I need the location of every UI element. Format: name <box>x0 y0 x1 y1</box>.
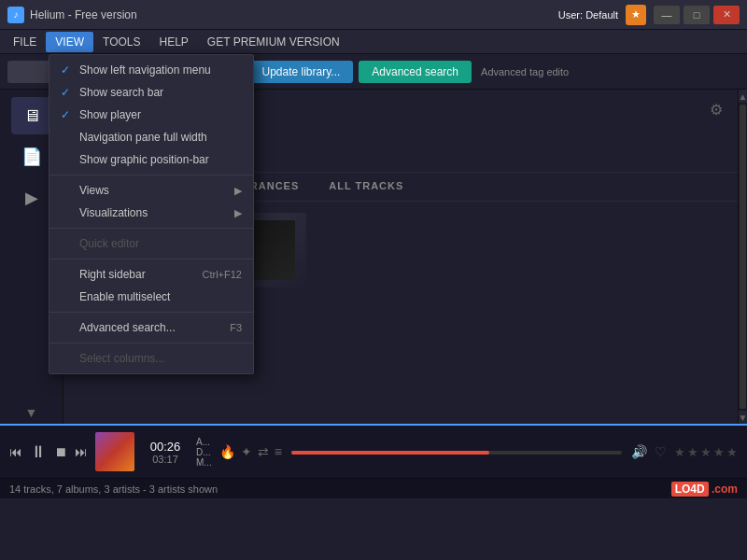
pause-button[interactable]: ⏸ <box>30 442 47 462</box>
arrow-icon-2: ▶ <box>234 207 242 219</box>
star-2[interactable]: ★ <box>687 445 698 459</box>
track-meta: A... D... M... <box>196 437 212 468</box>
view-dropdown-menu: ✓ Show left navigation menu ✓ Show searc… <box>49 54 254 374</box>
time-display: 00:26 03:17 <box>142 440 189 465</box>
secondary-bar <box>291 451 622 455</box>
dropdown-section-1: ✓ Show left navigation menu ✓ Show searc… <box>49 55 253 175</box>
update-library-button[interactable]: Update library... <box>249 61 354 83</box>
time-total: 03:17 <box>152 454 178 465</box>
premium-badge: ★ <box>626 5 646 25</box>
check-icon-2: ✓ <box>61 86 74 99</box>
star-3[interactable]: ★ <box>700 445 712 459</box>
nav-full-width-item[interactable]: ✓ Navigation pane full width <box>49 126 253 148</box>
menu-file[interactable]: FILE <box>4 32 46 52</box>
fire-icon[interactable]: 🔥 <box>219 444 235 459</box>
title-bar: ♪ Helium - Free version User: Default ★ … <box>0 0 747 30</box>
settings-icon[interactable]: ⚙ <box>710 101 723 119</box>
stop-button[interactable]: ⏹ <box>54 444 67 459</box>
user-info: User: Default <box>558 9 618 21</box>
check-icon-1: ✓ <box>61 63 74 77</box>
lo4d-logo: LO4D .com <box>671 483 738 496</box>
show-search-bar-item[interactable]: ✓ Show search bar <box>49 81 253 104</box>
show-left-nav-item[interactable]: ✓ Show left navigation menu <box>49 59 253 81</box>
album-art-inner <box>95 432 134 471</box>
prev-button[interactable]: ⏮ <box>9 444 22 459</box>
dropdown-section-2: ✓ Views ▶ ✓ Visualizations ▶ <box>49 175 253 229</box>
nav-document-icon[interactable]: 📄 <box>11 138 52 175</box>
player-progress[interactable] <box>289 449 624 455</box>
enable-multiselect-item[interactable]: ✓ Enable multiselect <box>49 286 253 308</box>
star-icon[interactable]: ✦ <box>241 444 252 459</box>
menu-help[interactable]: HELP <box>149 32 197 52</box>
maximize-button[interactable]: □ <box>684 6 710 24</box>
status-text: 14 tracks, 7 albums, 3 artists - 3 artis… <box>9 483 218 495</box>
dropdown-section-4: ✓ Right sidebar Ctrl+F12 ✓ Enable multis… <box>49 259 253 313</box>
star-5[interactable]: ★ <box>726 445 738 459</box>
time-current: 00:26 <box>150 440 181 454</box>
show-player-item[interactable]: ✓ Show player <box>49 104 253 126</box>
select-columns-item: ✓ Select columns... <box>49 347 253 370</box>
close-button[interactable]: ✕ <box>713 6 740 24</box>
next-button[interactable]: ⏭ <box>75 444 88 459</box>
volume-fill <box>291 451 489 455</box>
rating-stars[interactable]: ★ ★ ★ ★ ★ <box>674 445 738 459</box>
advanced-search-item[interactable]: ✓ Advanced search... F3 <box>49 316 253 339</box>
dropdown-section-5: ✓ Advanced search... F3 <box>49 313 253 343</box>
track-line3: M... <box>196 457 212 468</box>
advanced-tag-label: Advanced tag edito <box>481 66 569 77</box>
visualizations-item[interactable]: ✓ Visualizations ▶ <box>49 202 253 224</box>
menu-view[interactable]: VIEW <box>46 32 93 52</box>
window-controls: — □ ✕ <box>654 6 740 24</box>
right-sidebar-item[interactable]: ✓ Right sidebar Ctrl+F12 <box>49 263 253 286</box>
menu-bar: FILE VIEW TOOLS HELP GET PREMIUM VERSION <box>0 30 747 54</box>
check-icon-3: ✓ <box>61 108 74 121</box>
volume-icon[interactable]: 🔊 <box>631 444 647 459</box>
dropdown-section-3: ✓ Quick editor <box>49 229 253 259</box>
star-1[interactable]: ★ <box>674 445 685 459</box>
right-scrollbar[interactable]: ▲ ▼ <box>738 90 747 424</box>
scroll-up-arrow[interactable]: ▲ <box>739 90 747 103</box>
album-art <box>95 432 134 471</box>
views-item[interactable]: ✓ Views ▶ <box>49 179 253 202</box>
nav-play-icon[interactable]: ▶ <box>11 179 52 217</box>
app-title: Helium - Free version <box>30 8 558 21</box>
minimize-button[interactable]: — <box>654 6 680 24</box>
list-icon[interactable]: ≡ <box>275 444 282 459</box>
track-line2: D... <box>196 447 212 457</box>
arrow-icon-1: ▶ <box>234 185 242 197</box>
track-line1: A... <box>196 437 212 447</box>
dropdown-section-6: ✓ Select columns... <box>49 343 253 373</box>
player-icons: 🔥 ✦ ⇄ ≡ <box>219 444 282 459</box>
scroll-down-arrow[interactable]: ▼ <box>739 411 747 424</box>
player: ⏮ ⏸ ⏹ ⏭ 00:26 03:17 A... D... M... 🔥 ✦ ⇄… <box>0 424 747 478</box>
menu-tools[interactable]: TOOLS <box>93 32 149 52</box>
nav-monitor-icon[interactable]: 🖥 <box>11 97 52 134</box>
shortcut-right-sidebar: Ctrl+F12 <box>203 269 243 280</box>
advanced-search-button[interactable]: Advanced search <box>359 61 472 83</box>
shortcut-advanced-search: F3 <box>230 322 242 333</box>
scroll-thumb[interactable] <box>740 105 746 409</box>
show-graphic-item[interactable]: ✓ Show graphic position-bar <box>49 148 253 171</box>
tab-all-tracks[interactable]: ALL TRACKS <box>314 173 418 201</box>
star-4[interactable]: ★ <box>713 445 725 459</box>
menu-premium[interactable]: GET PREMIUM VERSION <box>198 32 349 52</box>
app-icon: ♪ <box>7 7 24 23</box>
quick-editor-item: ✓ Quick editor <box>49 232 253 255</box>
status-bar: 14 tracks, 7 albums, 3 artists - 3 artis… <box>0 478 747 498</box>
nav-scroll-down[interactable]: ▼ <box>21 401 42 424</box>
shuffle-icon[interactable]: ⇄ <box>258 444 269 459</box>
heart-player-icon[interactable]: ♡ <box>655 444 667 459</box>
